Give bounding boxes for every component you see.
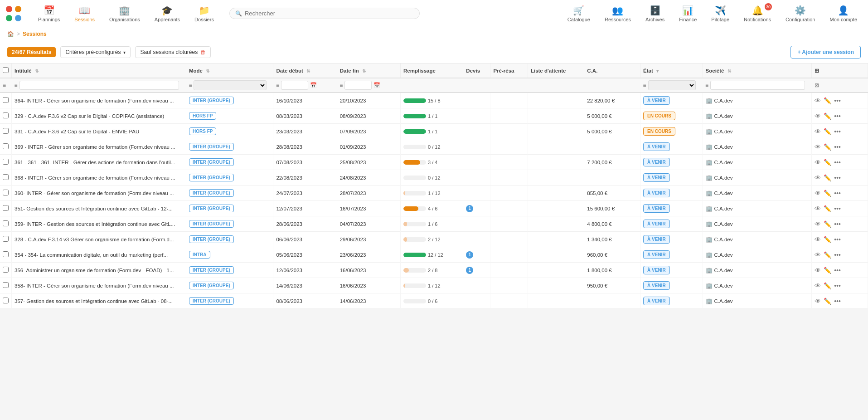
nav-organisations[interactable]: 🏢 Organisations <box>103 2 146 25</box>
col-date-fin-header[interactable]: Date fin ⇅ <box>337 63 400 78</box>
edit-icon[interactable]: ✏️ <box>824 267 831 274</box>
view-icon[interactable]: 👁 <box>815 205 821 212</box>
row-pre-resa <box>490 232 528 247</box>
edit-icon[interactable]: ✏️ <box>824 190 831 197</box>
col-etat-header[interactable]: État ▾ <box>640 63 703 78</box>
col-date-debut-header[interactable]: Date début ⇅ <box>273 63 337 78</box>
edit-icon[interactable]: ✏️ <box>824 128 831 135</box>
breadcrumb-home[interactable]: 🏠 <box>7 31 14 37</box>
view-icon[interactable]: 👁 <box>815 159 821 166</box>
no-closed-sessions-button[interactable]: Sauf sessions cloturées 🗑 <box>135 46 211 58</box>
edit-icon[interactable]: ✏️ <box>824 174 831 181</box>
row-checkbox[interactable] <box>3 143 9 149</box>
more-icon[interactable]: ••• <box>834 220 841 228</box>
clear-filters-icon[interactable]: ⊠ <box>815 83 819 88</box>
search-input[interactable] <box>245 10 414 17</box>
sort-date-debut-icon[interactable]: ⇅ <box>306 68 310 73</box>
nav-configuration[interactable]: ⚙️ Configuration <box>779 2 821 25</box>
edit-icon[interactable]: ✏️ <box>824 159 831 166</box>
view-icon[interactable]: 👁 <box>815 97 821 104</box>
more-icon[interactable]: ••• <box>834 298 841 305</box>
edit-icon[interactable]: ✏️ <box>824 251 831 259</box>
row-checkbox[interactable] <box>3 298 9 303</box>
filter-date-debut-input[interactable] <box>281 81 308 90</box>
nav-sessions[interactable]: 📖 Sessions <box>68 2 101 25</box>
add-session-button[interactable]: + Ajouter une session <box>790 46 861 59</box>
filter-etat-select[interactable] <box>648 80 696 90</box>
view-icon[interactable]: 👁 <box>815 220 821 228</box>
nav-finance[interactable]: 📊 Finance <box>673 2 703 25</box>
nav-dossiers[interactable]: 📁 Dossiers <box>188 2 220 25</box>
row-checkbox[interactable] <box>3 190 9 195</box>
nav-pilotage[interactable]: ✈️ Pilotage <box>705 2 736 25</box>
nav-notifications[interactable]: 🔔 30 Notifications <box>737 2 777 25</box>
more-icon[interactable]: ••• <box>834 112 841 120</box>
view-icon[interactable]: 👁 <box>815 236 821 243</box>
edit-icon[interactable]: ✏️ <box>824 236 831 243</box>
nav-catalogue[interactable]: 🛒 Catalogue <box>561 2 596 25</box>
company-name: C.A.dev <box>714 98 733 103</box>
row-checkbox[interactable] <box>3 128 9 134</box>
sort-societe-icon[interactable]: ⇅ <box>727 68 731 73</box>
more-icon[interactable]: ••• <box>834 143 841 151</box>
view-icon[interactable]: 👁 <box>815 298 821 305</box>
row-checkbox[interactable] <box>3 159 9 165</box>
more-icon[interactable]: ••• <box>834 267 841 274</box>
fill-text: 2 / 12 <box>428 237 441 242</box>
filter-date-fin-input[interactable] <box>344 81 372 90</box>
view-icon[interactable]: 👁 <box>815 267 821 274</box>
sort-intitule-icon[interactable]: ⇅ <box>35 68 39 73</box>
edit-icon[interactable]: ✏️ <box>824 205 831 212</box>
row-checkbox[interactable] <box>3 112 9 118</box>
view-icon[interactable]: 👁 <box>815 112 821 120</box>
app-logo[interactable] <box>5 5 23 23</box>
row-checkbox[interactable] <box>3 174 9 180</box>
nav-archives[interactable]: 🗄️ Archives <box>639 2 671 25</box>
edit-icon[interactable]: ✏️ <box>824 143 831 151</box>
row-checkbox[interactable] <box>3 236 9 242</box>
sort-mode-icon[interactable]: ⇅ <box>206 68 209 73</box>
edit-icon[interactable]: ✏️ <box>824 282 831 289</box>
col-mode-header[interactable]: Mode ⇅ <box>186 63 273 78</box>
nav-apprenants[interactable]: 🎓 Apprenants <box>148 2 186 25</box>
col-societe-header[interactable]: Société ⇅ <box>703 63 812 78</box>
more-icon[interactable]: ••• <box>834 97 841 104</box>
view-icon[interactable]: 👁 <box>815 143 821 151</box>
view-icon[interactable]: 👁 <box>815 190 821 197</box>
row-checkbox[interactable] <box>3 267 9 273</box>
select-all-checkbox[interactable] <box>3 67 9 73</box>
more-icon[interactable]: ••• <box>834 159 841 166</box>
calendar-fin-icon[interactable]: 📅 <box>373 82 380 88</box>
nav-mon-compte[interactable]: 👤 Mon compte <box>823 2 863 25</box>
nav-ressources[interactable]: 👥 Ressources <box>598 2 637 25</box>
more-icon[interactable]: ••• <box>834 282 841 289</box>
view-icon[interactable]: 👁 <box>815 251 821 259</box>
sort-date-fin-icon[interactable]: ⇅ <box>362 68 366 73</box>
more-icon[interactable]: ••• <box>834 128 841 135</box>
filter-mode-select[interactable] <box>194 80 266 90</box>
calendar-debut-icon[interactable]: 📅 <box>310 82 317 88</box>
more-icon[interactable]: ••• <box>834 251 841 259</box>
row-checkbox[interactable] <box>3 251 9 257</box>
more-icon[interactable]: ••• <box>834 236 841 243</box>
view-icon[interactable]: 👁 <box>815 174 821 181</box>
edit-icon[interactable]: ✏️ <box>824 112 831 120</box>
view-icon[interactable]: 👁 <box>815 282 821 289</box>
more-icon[interactable]: ••• <box>834 205 841 212</box>
edit-icon[interactable]: ✏️ <box>824 298 831 305</box>
edit-icon[interactable]: ✏️ <box>824 97 831 104</box>
row-checkbox[interactable] <box>3 282 9 288</box>
edit-icon[interactable]: ✏️ <box>824 220 831 228</box>
filter-societe-input[interactable] <box>710 81 805 90</box>
filter-dropdown-button[interactable]: Critères pré-configurés ▾ <box>60 46 131 58</box>
filter-intitule-input[interactable] <box>19 81 179 90</box>
row-checkbox[interactable] <box>3 97 9 103</box>
more-icon[interactable]: ••• <box>834 174 841 181</box>
view-icon[interactable]: 👁 <box>815 128 821 135</box>
col-intitule-header[interactable]: Intitulé ⇅ <box>12 63 186 78</box>
row-checkbox[interactable] <box>3 220 9 226</box>
row-checkbox[interactable] <box>3 205 9 211</box>
nav-plannings[interactable]: 📅 Plannings <box>32 2 66 25</box>
sort-etat-icon[interactable]: ▾ <box>656 68 659 73</box>
more-icon[interactable]: ••• <box>834 190 841 197</box>
